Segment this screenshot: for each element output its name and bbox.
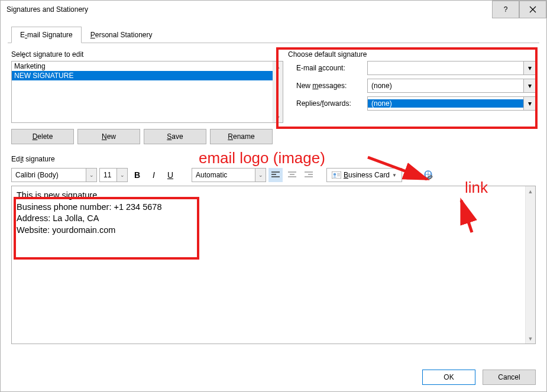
- italic-button[interactable]: I: [147, 168, 161, 182]
- new-button[interactable]: New: [77, 129, 140, 144]
- business-card-icon: [332, 171, 341, 179]
- list-item[interactable]: NEW SIGNATURE: [12, 71, 273, 80]
- scroll-track[interactable]: [273, 72, 283, 112]
- tab-email-signature[interactable]: E-mail Signature: [11, 27, 82, 43]
- font-color-combo[interactable]: Automatic ⌄: [192, 168, 266, 182]
- align-left-button[interactable]: [268, 168, 283, 182]
- new-messages-combo[interactable]: (none) ▾: [367, 79, 536, 93]
- annotation-text-image: email logo (image): [199, 149, 325, 167]
- scroll-down-icon[interactable]: ▼: [273, 112, 283, 122]
- chevron-down-icon[interactable]: ▾: [523, 61, 535, 74]
- svg-rect-3: [337, 174, 340, 175]
- align-right-button[interactable]: [302, 168, 316, 182]
- align-center-button[interactable]: [285, 168, 299, 182]
- editor-line: Business phone number: +1 234 5678: [17, 202, 520, 213]
- help-button[interactable]: ?: [492, 1, 519, 18]
- defaults-section-label: Choose default signature: [288, 50, 536, 59]
- signature-editor[interactable]: This is new signature. Business phone nu…: [12, 186, 525, 344]
- chevron-down-icon[interactable]: ⌄: [255, 169, 266, 182]
- dialog-footer: OK Cancel: [1, 363, 546, 391]
- rename-button[interactable]: Rename: [210, 129, 273, 144]
- tab-personal-stationery[interactable]: Personal Stationery: [82, 27, 161, 43]
- listbox-scrollbar[interactable]: ▲ ▼: [273, 61, 283, 122]
- insert-image-button[interactable]: [404, 168, 419, 182]
- ok-button[interactable]: OK: [422, 370, 475, 385]
- list-item[interactable]: Marketing: [12, 61, 273, 71]
- chevron-down-icon[interactable]: ⌄: [116, 169, 127, 182]
- scroll-up-icon[interactable]: ▲: [273, 61, 283, 72]
- underline-button[interactable]: U: [163, 168, 177, 182]
- editor-toolbar: Calibri (Body) ⌄ 11 ⌄ B I U Automatic ⌄: [11, 168, 536, 182]
- editor-line: Website: yourdomain.com: [17, 225, 520, 237]
- font-size-combo[interactable]: 11 ⌄: [99, 168, 128, 182]
- window-title: Signatures and Stationery: [7, 5, 492, 14]
- signature-listbox[interactable]: Marketing NEW SIGNATURE ▲ ▼: [11, 61, 283, 123]
- chevron-down-icon[interactable]: ▾: [523, 97, 535, 110]
- new-messages-label: New messages:: [296, 82, 367, 90]
- email-account-label: E-mail account:: [296, 64, 367, 72]
- select-signature-label: Sele̱ct signature to edit: [11, 50, 283, 59]
- svg-point-1: [334, 173, 336, 176]
- scroll-down-icon[interactable]: ▼: [526, 333, 535, 344]
- titlebar: Signatures and Stationery ?: [1, 1, 546, 18]
- replies-forwards-combo[interactable]: (none) ▾: [367, 96, 536, 111]
- close-button[interactable]: [519, 1, 546, 18]
- chevron-down-icon[interactable]: ⌄: [86, 169, 96, 182]
- cancel-button[interactable]: Cancel: [483, 370, 536, 385]
- svg-rect-2: [337, 173, 340, 174]
- editor-scrollbar[interactable]: ▲ ▼: [525, 186, 535, 344]
- save-button[interactable]: Save: [144, 129, 206, 144]
- svg-rect-4: [337, 176, 340, 176]
- editor-line: Address: La Jolla, CA: [17, 213, 520, 225]
- scroll-up-icon[interactable]: ▲: [526, 186, 535, 196]
- signature-editor-wrap: This is new signature. Business phone nu…: [11, 186, 536, 344]
- delete-button[interactable]: Delete: [11, 129, 74, 144]
- scroll-track[interactable]: [526, 196, 535, 333]
- bold-button[interactable]: B: [130, 168, 144, 182]
- font-combo[interactable]: Calibri (Body) ⌄: [11, 168, 97, 182]
- svg-rect-7: [413, 171, 417, 174]
- tabs: E-mail Signature Personal Stationery: [11, 27, 546, 43]
- business-card-button[interactable]: Business Card ▼: [326, 168, 402, 182]
- svg-point-6: [409, 174, 410, 176]
- replies-forwards-label: Replies/forwards:: [296, 99, 367, 108]
- chevron-down-icon[interactable]: ▾: [523, 79, 535, 92]
- insert-hyperlink-button[interactable]: [421, 168, 435, 182]
- email-account-combo[interactable]: ▾: [367, 61, 536, 75]
- annotation-text-link: link: [465, 179, 488, 197]
- editor-line: This is new signature.: [17, 190, 520, 202]
